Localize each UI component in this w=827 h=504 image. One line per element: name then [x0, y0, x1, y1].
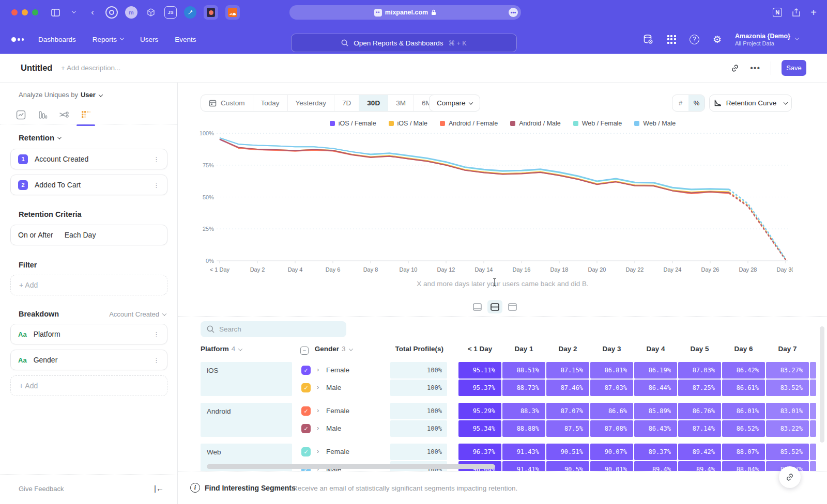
- tab-flows[interactable]: [55, 106, 73, 123]
- breakdown-platform-card[interactable]: Aa Platform ⋮: [10, 324, 167, 344]
- framer-app-icon[interactable]: [204, 5, 218, 20]
- layout-table-only-button[interactable]: [505, 300, 520, 313]
- url-extensions-icon[interactable]: •••: [509, 8, 518, 17]
- more-options-button[interactable]: •••: [750, 64, 760, 73]
- retention-cell[interactable]: 86.52%: [722, 420, 765, 437]
- range-30d[interactable]: 30D: [359, 95, 388, 111]
- retention-criteria-card[interactable]: On or After Each Day: [10, 225, 167, 245]
- series-iOS / Female[interactable]: [220, 139, 729, 193]
- horizontal-scrollbar[interactable]: [207, 464, 495, 469]
- m-app-icon[interactable]: m: [125, 6, 137, 19]
- series-dashed-Android / Female[interactable]: [729, 194, 786, 260]
- retention-cell[interactable]: 95.37%: [458, 380, 501, 396]
- retention-step-2[interactable]: 2 Added To Cart ⋮: [10, 175, 167, 195]
- criteria-mode[interactable]: On or After: [18, 231, 53, 239]
- retention-cell[interactable]: 86.42%: [722, 362, 765, 379]
- retention-cell[interactable]: 88.51%: [502, 362, 545, 379]
- save-button[interactable]: Save: [782, 60, 806, 76]
- retention-cell[interactable]: 88.73%: [502, 380, 545, 396]
- breakdown-scope-dropdown[interactable]: Account Created: [109, 310, 166, 318]
- series-dashed-iOS / Female[interactable]: [729, 192, 786, 260]
- url-bar[interactable]: •• mixpanel.com •••: [289, 5, 521, 20]
- cube-app-icon[interactable]: [145, 6, 157, 19]
- give-feedback-link[interactable]: Give Feedback: [19, 485, 64, 493]
- report-title[interactable]: Untitled: [21, 63, 52, 73]
- retention-cell[interactable]: 88.88%: [502, 420, 545, 437]
- breakdown-more-icon[interactable]: ⋮: [153, 330, 160, 338]
- retention-cell[interactable]: 87.46%: [546, 380, 589, 396]
- tab-insights[interactable]: [11, 106, 30, 123]
- retention-cell[interactable]: 85.89%: [634, 403, 677, 419]
- target-app-icon[interactable]: [105, 6, 118, 19]
- expand-row-icon[interactable]: ›: [317, 383, 319, 391]
- retention-cell[interactable]: 89.37%: [634, 444, 677, 460]
- nav-item-events[interactable]: Events: [175, 36, 196, 43]
- retention-cell[interactable]: 83.22%: [766, 420, 809, 437]
- retention-cell[interactable]: 86.44%: [634, 380, 677, 396]
- range-7d[interactable]: 7D: [334, 95, 359, 111]
- retention-cell[interactable]: 87.14%: [678, 420, 721, 437]
- minimize-window-button[interactable]: [22, 9, 28, 15]
- retention-cell[interactable]: 83.52%: [766, 380, 809, 396]
- new-tab-icon[interactable]: +: [810, 7, 817, 19]
- mixpanel-logo[interactable]: [11, 37, 24, 42]
- collapse-sidebar-icon[interactable]: |←: [154, 484, 164, 493]
- help-icon[interactable]: ?: [690, 35, 699, 44]
- retention-cell[interactable]: 88.07%: [722, 444, 765, 460]
- report-description-placeholder[interactable]: + Add description...: [61, 64, 120, 72]
- retention-cell[interactable]: 91.43%: [502, 444, 545, 460]
- retention-cell[interactable]: 85.52%: [766, 444, 809, 460]
- range-custom[interactable]: Custom: [201, 95, 253, 111]
- legend-item[interactable]: iOS / Male: [389, 120, 427, 127]
- segment-checkbox[interactable]: ✓: [301, 447, 311, 456]
- vertical-scrollbar[interactable]: [820, 326, 824, 443]
- expand-row-icon[interactable]: ›: [317, 447, 319, 455]
- retention-cell[interactable]: 89.42%: [678, 444, 721, 460]
- tab-retention[interactable]: [76, 106, 95, 123]
- data-management-icon[interactable]: [642, 34, 654, 45]
- retention-cell[interactable]: 87.03%: [678, 362, 721, 379]
- retention-cell[interactable]: 95.29%: [458, 403, 501, 419]
- range-today[interactable]: Today: [253, 95, 288, 111]
- legend-item[interactable]: Android / Female: [440, 120, 498, 127]
- expand-row-icon[interactable]: ›: [317, 424, 319, 432]
- series-Web / Male[interactable]: [220, 138, 729, 189]
- criteria-interval[interactable]: Each Day: [65, 231, 96, 239]
- series-dashed-iOS / Male[interactable]: [729, 192, 786, 260]
- platform-cell[interactable]: iOS: [201, 362, 292, 396]
- retention-cell[interactable]: 88.04%: [722, 461, 765, 471]
- range-3m[interactable]: 3M: [388, 95, 414, 111]
- retention-cell[interactable]: 87.03%: [590, 380, 633, 396]
- retention-cell[interactable]: 83.01%: [766, 403, 809, 419]
- unit-count-button[interactable]: #: [672, 95, 688, 111]
- segment-checkbox[interactable]: ✓: [301, 366, 311, 375]
- breakdown-gender-card[interactable]: Aa Gender ⋮: [10, 350, 167, 370]
- copy-link-icon[interactable]: [730, 64, 740, 73]
- unit-percent-button[interactable]: %: [688, 95, 705, 111]
- legend-item[interactable]: Web / Male: [634, 120, 676, 127]
- back-icon[interactable]: ‹: [87, 7, 98, 18]
- retention-cell[interactable]: 88.3%: [502, 403, 545, 419]
- bird-app-icon[interactable]: [184, 6, 196, 19]
- retention-cell[interactable]: 86.01%: [722, 403, 765, 419]
- retention-cell[interactable]: 90.5%: [546, 461, 589, 471]
- js-app-icon[interactable]: JS: [164, 6, 177, 19]
- retention-cell[interactable]: 96.37%: [458, 444, 501, 460]
- series-dashed-Android / Male[interactable]: [729, 193, 786, 260]
- analyze-value-dropdown[interactable]: User: [81, 91, 96, 99]
- legend-item[interactable]: Web / Female: [573, 120, 622, 127]
- expand-row-icon[interactable]: ›: [317, 406, 319, 414]
- retention-cell[interactable]: 89.4%: [634, 461, 677, 471]
- segment-checkbox[interactable]: ✓: [301, 383, 311, 392]
- chevron-down-icon[interactable]: [68, 7, 80, 18]
- zoom-window-button[interactable]: [32, 9, 38, 15]
- retention-cell[interactable]: 87.15%: [546, 362, 589, 379]
- retention-cell[interactable]: 95.34%: [458, 420, 501, 437]
- platform-cell[interactable]: Android: [201, 403, 292, 437]
- nav-item-users[interactable]: Users: [140, 36, 158, 43]
- retention-cell[interactable]: 86.81%: [590, 362, 633, 379]
- expand-row-icon[interactable]: ›: [317, 366, 319, 373]
- notion-icon[interactable]: N: [773, 8, 782, 17]
- account-switcher[interactable]: Amazonia {Demo} All Project Data: [735, 33, 799, 46]
- nav-item-reports[interactable]: Reports: [93, 36, 124, 43]
